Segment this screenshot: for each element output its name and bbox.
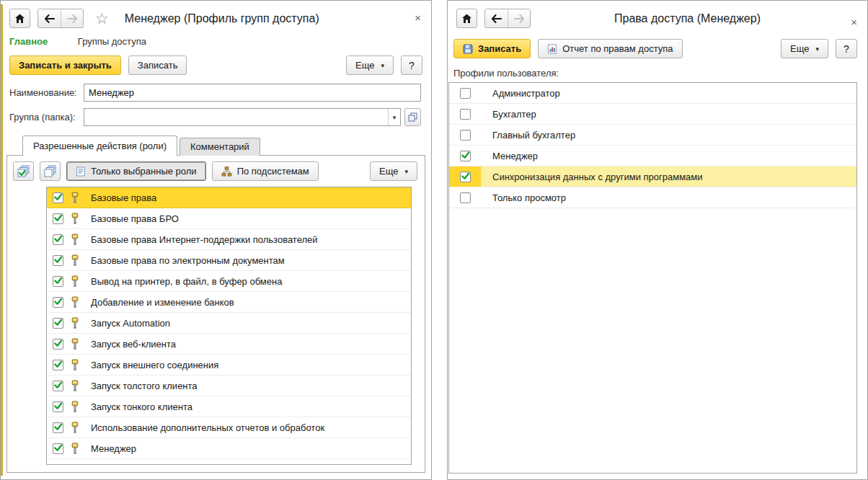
profile-checkbox-cell[interactable] xyxy=(449,146,481,166)
profile-checkbox-cell[interactable] xyxy=(449,125,481,145)
role-checkbox[interactable] xyxy=(53,255,63,266)
name-field-label: Наименование: xyxy=(9,87,84,98)
role-checkbox[interactable] xyxy=(53,213,63,224)
role-checkbox[interactable] xyxy=(53,381,63,391)
report-icon xyxy=(547,44,557,54)
profile-checkbox[interactable] xyxy=(460,109,471,120)
tab-comment[interactable]: Комментарий xyxy=(180,138,260,156)
uncheck-all-button[interactable] xyxy=(40,161,61,181)
selected-roles-only-label: Только выбранные роли xyxy=(91,166,197,177)
role-row[interactable]: Добавление и изменение банков xyxy=(47,292,411,313)
role-checkbox[interactable] xyxy=(53,339,63,350)
role-row[interactable]: Базовые права БРО xyxy=(47,208,411,229)
nav-link-main[interactable]: Главное xyxy=(9,36,48,47)
profile-checkbox[interactable] xyxy=(460,88,471,99)
role-checkbox[interactable] xyxy=(53,422,63,433)
role-checkbox[interactable] xyxy=(53,318,63,329)
more-button[interactable]: Еще ▾ xyxy=(346,55,394,75)
role-row[interactable]: Запуск веб-клиента xyxy=(47,334,411,355)
profile-checkbox-cell[interactable] xyxy=(449,166,481,187)
role-row[interactable]: Базовые права по электронным документам xyxy=(47,250,411,271)
profile-label: Только просмотр xyxy=(492,192,566,203)
right-close-icon[interactable]: × xyxy=(851,17,857,27)
selected-roles-only-button[interactable]: Только выбранные роли xyxy=(66,161,206,181)
save-button[interactable]: Записать xyxy=(128,55,187,75)
profile-row[interactable]: Бухгалтер xyxy=(449,104,856,125)
role-checkbox[interactable] xyxy=(53,192,63,203)
access-report-label: Отчет по правам доступа xyxy=(562,43,673,54)
role-label: Запуск внешнего соединения xyxy=(91,360,218,370)
group-input[interactable] xyxy=(84,108,401,126)
check-icon xyxy=(53,401,63,411)
roles-toolbar: Только выбранные роли По подсистемам Еще… xyxy=(7,156,425,181)
profile-checkbox[interactable] xyxy=(460,151,471,161)
chevron-down-icon: ▾ xyxy=(381,62,384,69)
more-label: Еще xyxy=(790,43,809,54)
left-close-icon[interactable]: × xyxy=(415,12,421,23)
profile-row[interactable]: Только просмотр xyxy=(449,187,856,208)
profile-label: Администратор xyxy=(492,88,560,99)
check-icon xyxy=(53,339,63,348)
role-checkbox[interactable] xyxy=(53,297,63,308)
forward-button[interactable] xyxy=(508,9,530,27)
profile-checkbox[interactable] xyxy=(460,172,471,182)
access-report-button[interactable]: Отчет по правам доступа xyxy=(538,39,682,58)
role-row[interactable]: Запуск толстого клиента xyxy=(47,375,411,396)
home-button[interactable] xyxy=(456,9,477,28)
roles-more-button[interactable]: Еще ▾ xyxy=(370,161,417,181)
home-icon xyxy=(14,14,25,24)
role-row[interactable]: Запуск внешнего соединения xyxy=(47,355,411,375)
role-row[interactable]: Базовые права Интернет-поддержки пользов… xyxy=(47,229,411,250)
role-checkbox[interactable] xyxy=(53,401,63,412)
profile-row[interactable]: Главный бухгалтер xyxy=(449,125,856,146)
profile-checkbox[interactable] xyxy=(460,192,471,203)
role-row[interactable]: Запуск Automation xyxy=(47,313,411,334)
role-row[interactable]: Менеджер xyxy=(47,438,411,459)
group-dropdown-icon[interactable]: ▾ xyxy=(388,109,400,125)
role-label: Базовые права xyxy=(91,192,156,203)
save-button[interactable]: Записать xyxy=(453,39,531,58)
role-checkbox[interactable] xyxy=(53,234,63,245)
more-label: Еще xyxy=(355,60,374,71)
nav-link-access-groups[interactable]: Группы доступа xyxy=(78,36,146,47)
profile-row[interactable]: Администратор xyxy=(449,83,856,104)
group-choose-button[interactable] xyxy=(404,108,421,126)
forward-button[interactable] xyxy=(61,9,83,27)
role-row[interactable]: Базовые права xyxy=(47,187,411,208)
back-button[interactable] xyxy=(38,9,61,27)
profile-checkbox-cell[interactable] xyxy=(449,83,481,103)
help-button[interactable]: ? xyxy=(401,55,422,75)
role-row[interactable]: Запуск тонкого клиента xyxy=(47,396,411,417)
profile-checkbox[interactable] xyxy=(460,130,471,141)
role-checkbox[interactable] xyxy=(53,360,63,370)
by-subsystems-button[interactable]: По подсистемам xyxy=(212,161,319,181)
name-input[interactable] xyxy=(84,84,421,102)
role-key-icon xyxy=(71,401,79,413)
tab-allowed-actions[interactable]: Разрешенные действия (роли) xyxy=(22,135,177,156)
role-row[interactable]: Использование дополнительных отчетов и о… xyxy=(47,417,411,438)
chevron-down-icon: ▾ xyxy=(815,45,819,53)
save-and-close-button[interactable]: Записать и закрыть xyxy=(9,55,121,75)
check-all-button[interactable] xyxy=(13,161,34,181)
role-checkbox[interactable] xyxy=(53,443,63,454)
history-nav xyxy=(37,9,84,28)
help-button[interactable]: ? xyxy=(836,39,857,58)
tab-bar: Разрешенные действия (роли) Комментарий xyxy=(22,135,431,156)
more-button[interactable]: Еще ▾ xyxy=(781,39,828,58)
role-checkbox[interactable] xyxy=(53,276,63,287)
home-button[interactable] xyxy=(9,9,30,28)
favorite-star-icon[interactable]: ☆ xyxy=(95,11,109,26)
history-nav xyxy=(484,9,531,28)
profiles-list-label: Профили пользователя: xyxy=(453,68,867,79)
profile-row[interactable]: Синхронизация данных с другими программа… xyxy=(449,166,856,187)
check-icon xyxy=(53,297,63,306)
role-key-icon xyxy=(71,380,79,392)
role-row[interactable]: Вывод на принтер, в файл, в буфер обмена xyxy=(47,271,411,292)
role-key-icon xyxy=(71,296,79,308)
save-disk-icon xyxy=(463,44,473,54)
profile-checkbox-cell[interactable] xyxy=(449,104,481,124)
profile-checkbox-cell[interactable] xyxy=(449,187,481,208)
pages-icon xyxy=(44,165,56,177)
profile-row[interactable]: Менеджер xyxy=(449,146,856,166)
back-button[interactable] xyxy=(485,9,508,27)
